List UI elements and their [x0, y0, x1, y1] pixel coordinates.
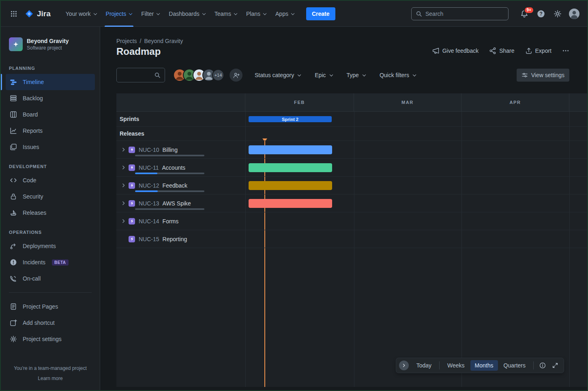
project-title-block: Beyond Gravity Software project [27, 38, 69, 51]
row-chart-cell [245, 212, 587, 230]
sprint-bar[interactable]: Sprint 2 [249, 116, 332, 122]
row-left-cell: NUC-11Accounts [116, 159, 245, 176]
chevron-down-icon [157, 12, 160, 15]
learn-more-link[interactable]: Learn more [38, 375, 62, 382]
search-icon [416, 11, 422, 17]
epic-timeline-bar[interactable] [249, 181, 332, 190]
row-chart-cell [245, 159, 587, 176]
row-left-cell: Releases [116, 127, 245, 140]
fullscreen-button[interactable] [549, 360, 561, 371]
filter-dropdown-type[interactable]: Type [347, 72, 366, 78]
sprints-label: Sprints [120, 116, 139, 122]
epic-timeline-bar[interactable] [249, 145, 332, 154]
sidebar-section-title-development: DEVELOPMENT [9, 164, 92, 169]
person-plus-icon [233, 72, 240, 79]
pages-icon [10, 303, 17, 310]
expand-panel-button[interactable] [399, 361, 409, 370]
nav-item-your-work[interactable]: Your work [61, 1, 101, 27]
epic-icon [129, 182, 135, 189]
expand-epic-button[interactable] [120, 200, 127, 207]
sidebar-sections: PLANNINGTimelineBacklogBoardReportsIssue… [6, 57, 95, 287]
nav-item-apps[interactable]: Apps [271, 1, 299, 27]
give-feedback-button[interactable]: Give feedback [432, 47, 479, 54]
sidebar-item-code[interactable]: Code [6, 172, 95, 188]
sidebar-item-releases[interactable]: Releases [6, 205, 95, 221]
info-icon [539, 362, 546, 369]
filter-dropdown-status-category[interactable]: Status category [255, 72, 301, 78]
sidebar-section-title-operations: OPERATIONS [9, 230, 92, 235]
export-button[interactable]: Export [525, 47, 552, 54]
more-actions-button[interactable] [562, 47, 569, 54]
nav-item-plans[interactable]: Plans [242, 1, 271, 27]
sidebar-item-incidents[interactable]: IncidentsBETA [6, 254, 95, 270]
settings-button[interactable] [551, 7, 564, 20]
nav-item-filter[interactable]: Filter [137, 1, 164, 27]
breadcrumb-project-name[interactable]: Beyond Gravity [144, 38, 183, 44]
filter-dropdown-label: Type [347, 72, 359, 78]
breadcrumb-projects[interactable]: Projects [116, 38, 137, 44]
profile-button[interactable] [568, 7, 581, 20]
chevron-right-icon [121, 201, 126, 206]
sidebar-section-title-planning: PLANNING [9, 66, 92, 71]
sidebar-item-deployments[interactable]: Deployments [6, 238, 95, 254]
row-left-cell: NUC-13AWS Spike [116, 194, 245, 212]
sidebar-item-project-pages[interactable]: Project Pages [6, 298, 95, 315]
releases-row: Releases [116, 127, 587, 141]
sidebar-item-on-call[interactable]: On-call [6, 270, 95, 287]
sidebar-item-timeline[interactable]: Timeline [6, 74, 95, 90]
notifications-button[interactable]: 9+ [518, 7, 531, 20]
month-label-feb: FEB [245, 93, 354, 111]
avatar-overflow[interactable]: +14 [212, 69, 224, 81]
today-button[interactable]: Today [412, 360, 436, 371]
app-switcher-button[interactable] [7, 7, 20, 20]
row-chart-cell [245, 177, 587, 194]
nav-item-projects[interactable]: Projects [101, 1, 137, 27]
epic-key: NUC-13 [139, 200, 159, 207]
board-search-input[interactable] [121, 72, 154, 78]
sprint-bar-label: Sprint 2 [282, 117, 298, 122]
month-label-apr: APR [461, 93, 569, 111]
zoom-weeks-button[interactable]: Weeks [443, 360, 469, 371]
expand-epic-button[interactable] [120, 182, 127, 189]
board-icon [10, 111, 17, 118]
app-switcher-icon [10, 10, 17, 17]
sidebar-item-security[interactable]: Security [6, 188, 95, 205]
project-type: Software project [27, 45, 69, 51]
search-icon [154, 72, 161, 78]
sidebar-item-issues[interactable]: Issues [6, 139, 95, 155]
zoom-quarters-button[interactable]: Quarters [499, 360, 530, 371]
jira-home-button[interactable]: Jira [24, 9, 51, 19]
epic-timeline-bar[interactable] [249, 199, 332, 208]
zoom-months-button[interactable]: Months [470, 360, 498, 371]
share-button[interactable]: Share [489, 47, 514, 54]
row-left-cell: NUC-10Billing [116, 141, 245, 158]
reports-icon [10, 127, 17, 134]
add-people-button[interactable] [230, 69, 242, 82]
deployments-icon [10, 242, 17, 250]
sidebar-item-board[interactable]: Board [6, 106, 95, 123]
nav-item-dashboards[interactable]: Dashboards [164, 1, 210, 27]
epic-icon [129, 164, 135, 171]
filter-dropdown-quick-filters[interactable]: Quick filters [380, 72, 416, 78]
expand-epic-button[interactable] [120, 164, 127, 171]
filter-dropdown-epic[interactable]: Epic [315, 72, 333, 78]
sidebar-item-backlog[interactable]: Backlog [6, 90, 95, 106]
top-navigation: Jira Your workProjectsFilterDashboardsTe… [1, 1, 587, 27]
expand-epic-button[interactable] [120, 218, 127, 225]
row-chart-cell [245, 141, 587, 158]
global-search-input[interactable] [425, 11, 504, 17]
nav-item-teams[interactable]: Teams [210, 1, 242, 27]
create-button[interactable]: Create [306, 7, 335, 20]
epic-key: NUC-10 [139, 147, 159, 153]
sidebar-item-project-settings[interactable]: Project settings [6, 331, 95, 347]
sidebar-item-add-shortcut[interactable]: Add shortcut [6, 315, 95, 331]
sidebar-item-label: Project Pages [23, 303, 58, 310]
chevron-down-icon [413, 73, 416, 77]
help-button[interactable]: ? [534, 7, 547, 20]
epic-timeline-bar[interactable] [249, 163, 332, 172]
sidebar-item-reports[interactable]: Reports [6, 123, 95, 139]
chevron-right-icon [121, 147, 126, 152]
timeline-info-button[interactable] [537, 360, 548, 371]
expand-epic-button[interactable] [120, 146, 127, 153]
view-settings-button[interactable]: View settings [517, 69, 569, 82]
